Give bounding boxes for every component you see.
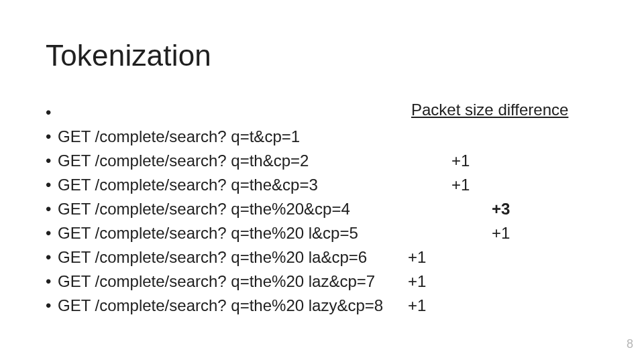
bullet-icon: • xyxy=(46,221,58,245)
slide-body: Packet size difference • • GET /complete… xyxy=(46,101,602,318)
request-text: GET /complete/search? q=th&cp=2 xyxy=(58,149,309,173)
page-number: 8 xyxy=(627,337,633,351)
bullet-icon: • xyxy=(46,101,58,125)
bullet-line: • GET /complete/search? q=the%20 la&cp=6… xyxy=(46,245,602,269)
diff-value: +1 xyxy=(408,245,426,269)
bullet-icon: • xyxy=(46,149,58,173)
bullet-line: • GET /complete/search? q=the%20 lazy&cp… xyxy=(46,294,602,318)
slide-title: Tokenization xyxy=(46,39,211,72)
bullet-icon: • xyxy=(46,245,58,269)
bullet-line: • GET /complete/search? q=th&cp=2 +1 xyxy=(46,149,602,173)
bullet-line: • GET /complete/search? q=t&cp=1 xyxy=(46,125,602,149)
diff-value: +1 xyxy=(408,294,426,318)
column-header-packet-size: Packet size difference xyxy=(411,101,568,119)
request-text: GET /complete/search? q=the%20 la&cp=6 xyxy=(58,245,367,269)
bullet-icon: • xyxy=(46,197,58,221)
diff-value: +1 xyxy=(451,173,470,197)
diff-value: +3 xyxy=(492,197,510,221)
bullet-line: • GET /complete/search? q=the&cp=3 +1 xyxy=(46,173,602,197)
request-text: GET /complete/search? q=the%20 lazy&cp=8 xyxy=(58,294,383,318)
request-text: GET /complete/search? q=the%20 l&cp=5 xyxy=(58,221,358,245)
diff-value: +1 xyxy=(408,269,426,294)
bullet-line: • GET /complete/search? q=the%20 laz&cp=… xyxy=(46,269,602,294)
request-text: GET /complete/search? q=t&cp=1 xyxy=(58,125,300,149)
request-text: GET /complete/search? q=the%20&cp=4 xyxy=(58,197,350,221)
bullet-icon: • xyxy=(46,294,58,318)
request-text: GET /complete/search? q=the%20 laz&cp=7 xyxy=(58,269,375,294)
bullet-icon: • xyxy=(46,269,58,294)
slide: Tokenization Packet size difference • • … xyxy=(0,0,644,362)
request-text: GET /complete/search? q=the&cp=3 xyxy=(58,173,318,197)
diff-value: +1 xyxy=(492,221,510,245)
bullet-icon: • xyxy=(46,125,58,149)
bullet-line: • GET /complete/search? q=the%20&cp=4 +3 xyxy=(46,197,602,221)
bullet-line: • GET /complete/search? q=the%20 l&cp=5 … xyxy=(46,221,602,245)
bullet-icon: • xyxy=(46,173,58,197)
diff-value: +1 xyxy=(451,149,470,173)
